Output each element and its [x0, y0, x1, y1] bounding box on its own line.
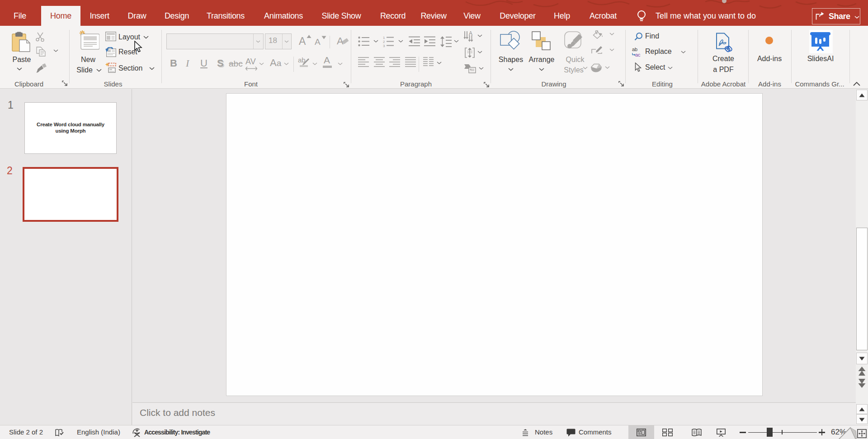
svg-text:1: 1	[383, 36, 385, 40]
svg-text:3: 3	[383, 44, 385, 48]
svg-text:ac: ac	[635, 52, 641, 57]
svg-text:2: 2	[383, 40, 385, 44]
svg-text:A: A	[469, 31, 472, 37]
svg-text:ab: ab	[632, 47, 637, 52]
